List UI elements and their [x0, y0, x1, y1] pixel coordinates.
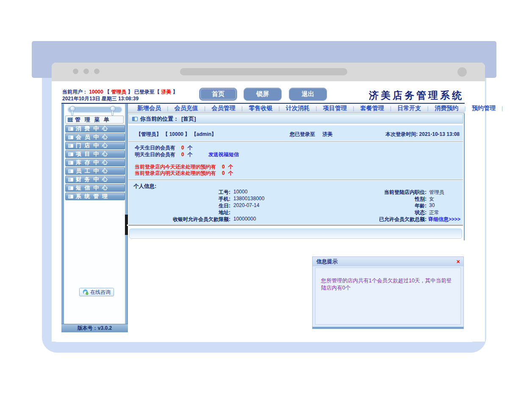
- sidebar-menu-header[interactable]: 管 理 菜 单: [65, 116, 124, 124]
- qq-penguin-icon: [83, 289, 89, 295]
- home-button[interactable]: 首页: [199, 88, 237, 101]
- book-icon: [68, 161, 73, 165]
- nav-item-consume-booking[interactable]: 消费预约: [430, 105, 463, 112]
- welcome-user-info: 【管理员】 【 10000 】 【admin】: [136, 131, 216, 138]
- tomorrow-birthday-line: 明天生日的会员有0个: [135, 151, 193, 158]
- book-icon: [68, 186, 73, 190]
- nav-divider: ｜: [277, 105, 282, 112]
- empty-strip-panel: [129, 229, 462, 239]
- sidebar-item-sms-center[interactable]: 短 信 中 心: [65, 184, 125, 192]
- separator: [128, 225, 463, 226]
- window-control-icon[interactable]: [94, 69, 100, 74]
- lock-screen-button[interactable]: 锁屏: [244, 88, 282, 101]
- nav-item-member-recharge[interactable]: 会员充值: [170, 105, 202, 112]
- welcome-login-store: 您已登录至 济美: [290, 131, 332, 138]
- sidebar-item-label: 短 信 中 心: [76, 184, 108, 192]
- sidebar-item-store-center[interactable]: 门 店 中 心: [65, 142, 125, 149]
- main-top-section: 你当前的位置： [首页] 【管理员】 【 10000 】 【admin】 您已登…: [128, 113, 465, 240]
- today-birthday-label: 今天生日的会员有: [135, 145, 175, 151]
- profile-row: 手机:13800138000 性别:女: [128, 196, 463, 202]
- sidebar-item-label: 员 工 中 心: [76, 167, 108, 175]
- datetime-text: 2021年10月13日 星期三 13:08:39: [62, 95, 139, 102]
- book-icon: [68, 152, 73, 156]
- send-blessing-sms-link[interactable]: 发送祝福短信: [208, 151, 239, 158]
- sidebar-item-consume-center[interactable]: 消 费 中 心: [65, 125, 125, 132]
- notices-panel: 今天生日的会员有0个 明天生日的会员有0个 发送祝福短信 当前登录店内今天还未处…: [128, 142, 463, 179]
- app-topbar: 当前用户： 10000 【 管理员 】 已登录至【 济美 】 2021年10月1…: [61, 87, 465, 104]
- sidebar-item-label: 项 目 中 心: [76, 150, 108, 158]
- nav-item-retail-cashier[interactable]: 零售收银: [244, 105, 277, 112]
- today-birthday-count: 0: [181, 145, 184, 151]
- sidebar-collapse-handle[interactable]: [125, 215, 128, 235]
- location-icon: [132, 117, 138, 121]
- sidebar-menu-title: 管 理 菜 单: [75, 116, 111, 124]
- close-icon[interactable]: ×: [457, 258, 460, 265]
- sidebar-item-finance-center[interactable]: 财 务 中 心: [65, 176, 125, 183]
- sidebar-item-inventory-center[interactable]: 库 存 中 心: [65, 159, 125, 166]
- field-value: 管理员: [429, 189, 444, 196]
- nav-item-daily-expense[interactable]: 日常开支: [393, 105, 425, 112]
- nav-item-project-manage[interactable]: 项目管理: [319, 105, 351, 112]
- pin-icon: [111, 108, 114, 116]
- field-label: 手机:: [128, 196, 230, 203]
- welcome-login-time: 本次登录时间: 2021-10-13 13:08: [385, 131, 460, 138]
- version-text: 版本号：v3.0.2: [78, 325, 112, 332]
- field-label: 地址:: [128, 209, 230, 216]
- nav-divider: ｜: [240, 105, 245, 112]
- nav-item-count-consume[interactable]: 计次消耗: [282, 105, 314, 112]
- breadcrumb-value: [首页]: [181, 115, 196, 123]
- nav-item-package-manage[interactable]: 套餐管理: [356, 105, 388, 112]
- bracket: 】: [173, 89, 178, 95]
- sidebar-item-label: 会 员 中 心: [76, 133, 108, 141]
- separator: [128, 141, 463, 142]
- panel-splitter[interactable]: [125, 104, 128, 324]
- breadcrumb-label: 你当前的位置：: [140, 115, 179, 123]
- profile-panel: 个人信息: 工号:10000 当前登陆店内职位:管理员 手机:138001380…: [128, 180, 463, 224]
- online-consult-button[interactable]: 在线咨询: [79, 288, 114, 296]
- info-popup: 信息提示 × 您所管理的店内共有1个会员欠款超过10天，其中当前登陆店内有0个: [312, 257, 464, 329]
- separator: [128, 179, 463, 180]
- field-value: 正常: [429, 209, 439, 216]
- nav-item-add-member[interactable]: 新增会员: [133, 105, 165, 112]
- nav-divider: ｜: [165, 105, 170, 112]
- main-nav: 新增会员｜ 会员充值｜ 会员管理｜ 零售收银｜ 计次消耗｜ 项目管理｜ 套餐管理…: [128, 104, 465, 113]
- detail-info-link[interactable]: 详细信息>>>>: [428, 216, 460, 223]
- info-popup-body: 您所管理的店内共有1个会员欠款超过10天，其中当前登陆店内有0个: [315, 268, 461, 325]
- today-birthday-line: 今天生日的会员有0个: [135, 144, 193, 152]
- nav-divider: ｜: [351, 105, 356, 112]
- bracket: 【: [105, 89, 110, 95]
- info-popup-header[interactable]: 信息提示 ×: [313, 257, 463, 266]
- profile-row: 地址: 状态:正常: [128, 209, 463, 216]
- grid-icon: [68, 118, 73, 122]
- sidebar: 管 理 菜 单 消 费 中 心 会 员 中 心 门 店 中 心 项 目 中 心 …: [61, 104, 125, 324]
- window-control-icon[interactable]: [83, 69, 89, 74]
- sidebar-item-system-manage[interactable]: 系 统 管 理: [65, 193, 125, 200]
- bracket: 】: [128, 89, 133, 95]
- browser-titlebar: [52, 63, 485, 81]
- profile-row: 生日:2020-07-14 年龄:30: [128, 202, 463, 209]
- field-label: 生日:: [128, 202, 230, 210]
- sidebar-item-member-center[interactable]: 会 员 中 心: [65, 133, 125, 141]
- unit-label: 个: [228, 164, 233, 170]
- book-icon: [68, 127, 73, 131]
- logout-button[interactable]: 退出: [289, 88, 327, 101]
- field-value: 10000: [233, 189, 247, 195]
- field-label: 性别:: [255, 196, 427, 203]
- sidebar-footer: 版本号：v3.0.2: [61, 324, 128, 332]
- sidebar-item-staff-center[interactable]: 员 工 中 心: [65, 167, 125, 175]
- book-icon: [68, 135, 73, 139]
- online-consult-label: 在线咨询: [90, 289, 111, 296]
- address-bar: [180, 68, 347, 75]
- current-user-role: 管理员: [111, 89, 126, 95]
- sidebar-item-project-center[interactable]: 项 目 中 心: [65, 150, 125, 158]
- nav-item-member-manage[interactable]: 会员管理: [208, 105, 240, 112]
- info-popup-message: 您所管理的店内共有1个会员欠款超过10天，其中当前登陆店内有0个: [321, 277, 456, 292]
- book-icon: [68, 195, 73, 199]
- nav-item-booking-manage[interactable]: 预约管理: [468, 105, 500, 112]
- window-control-icon[interactable]: [73, 69, 78, 74]
- nav-divider: ｜: [202, 105, 208, 112]
- book-icon: [68, 178, 73, 182]
- field-label: 年龄:: [255, 202, 427, 210]
- profile-row: 收银时允许会员欠款限额:10000000 已允许会员欠款总额:0: [128, 216, 463, 223]
- sidebar-menu-list: 消 费 中 心 会 员 中 心 门 店 中 心 项 目 中 心 库 存 中 心 …: [65, 125, 125, 201]
